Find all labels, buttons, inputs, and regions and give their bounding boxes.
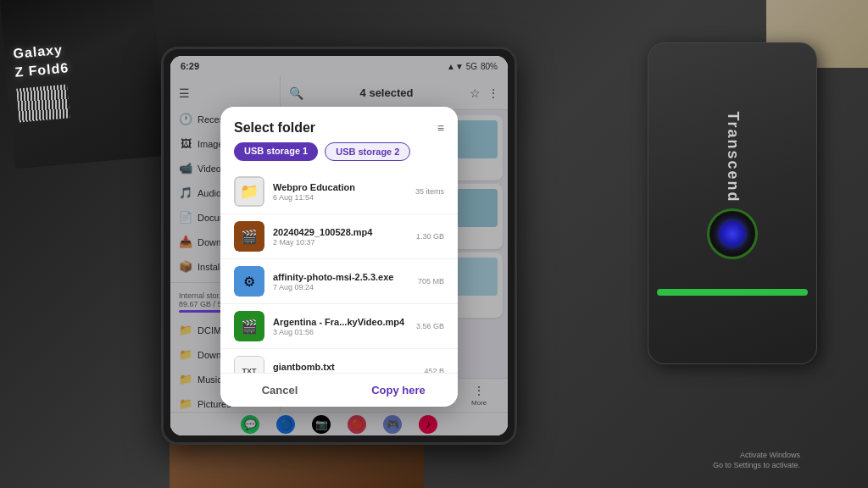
copy-here-button[interactable]: Copy here	[339, 374, 458, 407]
dialog-file-item[interactable]: 📁 Webpro Education 6 Aug 11:54 35 items	[220, 169, 458, 214]
cancel-button[interactable]: Cancel	[220, 374, 339, 407]
dialog-file-name: affinity-photo-msi-2.5.3.exe	[273, 272, 409, 282]
dialog-file-size: 452 B	[424, 367, 444, 373]
filter-icon[interactable]: ≡	[437, 121, 444, 135]
dialog-file-info: Argentina - Fra...kyVideo.mp4 3 Aug 01:5…	[273, 317, 408, 336]
dialog-file-thumb: 📁	[234, 176, 264, 207]
dialog-file-name: giantbomb.txt	[273, 362, 415, 372]
activate-windows-watermark: Activate Windows Go to Settings to activ…	[713, 450, 800, 471]
dialog-file-name: Webpro Education	[273, 182, 407, 192]
dialog-file-meta: 7 Aug 09:24	[273, 283, 409, 291]
barcode	[16, 85, 70, 123]
dialog-header: Select folder ≡	[220, 107, 458, 142]
dialog-file-size: 705 MB	[418, 277, 444, 286]
dialog-file-item[interactable]: 🎬 Argentina - Fra...kyVideo.mp4 3 Aug 01…	[220, 304, 458, 349]
phone-screen: 6:29 ▲▼ 5G 80% ☰ 🕐 Recent files 🖼 Images	[170, 56, 508, 435]
transcend-hdd: Transcend	[648, 42, 817, 364]
dialog-file-size: 35 items	[415, 187, 444, 196]
dialog-file-thumb: ⚙	[234, 266, 264, 297]
dialog-file-info: 20240429_100528.mp4 2 May 10:37	[273, 227, 408, 247]
dialog-file-meta: 2 May 10:37	[273, 238, 408, 247]
dialog-file-meta: 6 Aug 11:54	[273, 193, 407, 202]
transcend-stripe	[657, 289, 808, 296]
dialog-file-name: 20240429_100528.mp4	[273, 227, 408, 237]
phone-device: 6:29 ▲▼ 5G 80% ☰ 🕐 Recent files 🖼 Images	[161, 47, 517, 445]
dialog-file-size: 3.56 GB	[416, 322, 444, 330]
dialog-file-item[interactable]: TXT giantbomb.txt 7 Aug 09:29 452 B	[220, 349, 458, 373]
usb-tabs: USB storage 1USB storage 2	[220, 142, 458, 169]
dialog-title: Select folder	[234, 120, 315, 136]
transcend-led	[720, 221, 745, 247]
dialog-file-thumb: 🎬	[234, 311, 264, 341]
dialog-file-size: 1.30 GB	[416, 232, 444, 241]
usb-tab-1[interactable]: USB storage 1	[234, 142, 318, 161]
dialog-file-name: Argentina - Fra...kyVideo.mp4	[273, 317, 408, 327]
dialog-file-thumb: TXT	[234, 356, 264, 373]
dialog-file-item[interactable]: ⚙ affinity-photo-msi-2.5.3.exe 7 Aug 09:…	[220, 259, 458, 304]
dialog-file-list: 📁 Webpro Education 6 Aug 11:54 35 items …	[220, 169, 458, 373]
dialog-file-item[interactable]: 🎬 20240429_100528.mp4 2 May 10:37 1.30 G…	[220, 214, 458, 259]
dialog-footer: Cancel Copy here	[220, 373, 458, 407]
dialog-file-info: giantbomb.txt 7 Aug 09:29	[273, 362, 415, 374]
galaxy-box-text: Galaxy Z Fold6	[13, 33, 151, 83]
usb-tab-2[interactable]: USB storage 2	[325, 142, 410, 161]
dialog-file-info: Webpro Education 6 Aug 11:54	[273, 182, 407, 202]
dialog-file-meta: 3 Aug 01:56	[273, 328, 408, 336]
dialog-file-meta: 7 Aug 09:29	[273, 373, 415, 374]
dialog-file-info: affinity-photo-msi-2.5.3.exe 7 Aug 09:24	[273, 272, 409, 291]
transcend-power-button	[707, 208, 758, 259]
select-folder-dialog: Select folder ≡ USB storage 1USB storage…	[220, 107, 458, 407]
dialog-file-thumb: 🎬	[234, 221, 264, 252]
galaxy-box: Galaxy Z Fold6	[0, 0, 167, 169]
dialog-overlay: Select folder ≡ USB storage 1USB storage…	[170, 56, 508, 435]
transcend-label: Transcend	[723, 111, 741, 202]
